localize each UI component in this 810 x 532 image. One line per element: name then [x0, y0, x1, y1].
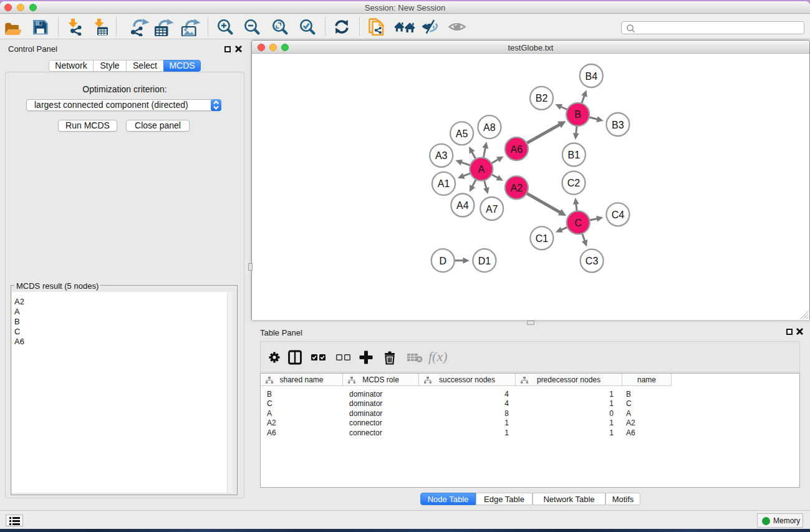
svg-text:B3: B3: [612, 120, 624, 130]
svg-text:C: C: [574, 218, 582, 228]
svg-text:B1: B1: [568, 150, 581, 160]
svg-text:C2: C2: [567, 178, 581, 188]
svg-text:A5: A5: [456, 128, 468, 139]
svg-text:A1: A1: [438, 178, 450, 189]
svg-text:B4: B4: [586, 71, 598, 82]
svg-text:B: B: [574, 109, 581, 120]
svg-text:D1: D1: [478, 256, 491, 266]
svg-text:A6: A6: [511, 144, 523, 155]
svg-text:A2: A2: [511, 183, 523, 193]
svg-text:A3: A3: [435, 150, 448, 161]
svg-text:A: A: [478, 164, 485, 175]
svg-text:A7: A7: [486, 204, 498, 215]
svg-text:C3: C3: [586, 256, 599, 266]
svg-text:C1: C1: [536, 233, 549, 244]
svg-text:C4: C4: [612, 210, 625, 220]
svg-text:B2: B2: [536, 93, 548, 104]
svg-text:A4: A4: [456, 200, 469, 211]
svg-text:D: D: [439, 256, 446, 266]
svg-text:A8: A8: [483, 122, 496, 133]
